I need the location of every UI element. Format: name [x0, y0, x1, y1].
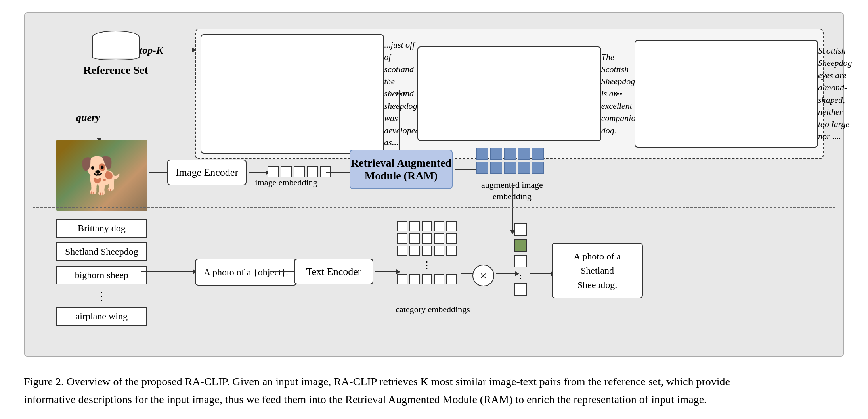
aug-row-1	[476, 148, 544, 160]
emb-sq-1	[268, 166, 279, 177]
cat-to-template-arrow	[141, 271, 194, 272]
category-shetland: Shetland Sheepdog	[56, 242, 147, 261]
augmented-embedding	[476, 148, 544, 174]
category-embeddings-label: category embeddings	[389, 304, 476, 315]
res-sq-3	[514, 255, 527, 267]
category-brittany-dog: Brittany dog	[56, 219, 147, 238]
aug-sq-5	[532, 148, 544, 160]
text-encoder-box: Text Encoder	[294, 259, 373, 284]
encoder-to-emb-arrow	[249, 172, 266, 173]
category-airplane: airplane wing	[56, 307, 147, 326]
cat-row-2	[397, 233, 457, 244]
aug-sq-8	[504, 162, 516, 174]
res-sq-1	[514, 223, 527, 236]
image-encoder-box: Image Encoder	[167, 160, 247, 185]
retrieved-to-ram-arrow	[399, 90, 400, 152]
result-to-output-arrow	[530, 273, 552, 274]
database-icon	[92, 29, 140, 60]
aug-row-2	[476, 162, 544, 174]
multiply-to-result-arrow	[496, 273, 516, 274]
ref-set-label: Reference Set	[83, 63, 148, 77]
res-sq-5	[514, 283, 527, 296]
encoder-to-cat-emb-arrow	[375, 271, 397, 272]
category-list: Brittany dog Shetland Sheepdog bighorn s…	[56, 219, 147, 326]
main-diagram: Reference Set top-K ...just off of scotl…	[24, 12, 844, 357]
query-image	[56, 140, 147, 211]
query-label: query	[76, 112, 100, 124]
res-sq-highlighted	[514, 239, 527, 252]
cat-emb-dots: ⋮	[397, 258, 457, 272]
aug-sq-7	[490, 162, 502, 174]
aug-sq-1	[476, 148, 488, 160]
retrieved-item-1: ...just off of scotland the shetland she…	[201, 34, 384, 154]
category-embeddings-grid: ⋮	[397, 221, 457, 284]
ram-to-aug-arrow	[455, 169, 476, 170]
category-dots: ⋮	[56, 289, 147, 302]
category-bighorn: bighorn sheep	[56, 266, 147, 284]
output-text-box: A photo of a Shetland Sheepdog.	[552, 243, 643, 298]
aug-sq-3	[504, 148, 516, 160]
emb-sq-5	[320, 166, 331, 177]
retrieved-item-2: The Scottish Sheepdog is an excellent co…	[417, 46, 601, 142]
aug-sq-9	[518, 162, 530, 174]
res-dots: ⋮	[516, 271, 524, 280]
image-embedding-label: image embedding	[250, 177, 322, 188]
dots-separator: ···	[392, 86, 409, 101]
query-arrow-down	[99, 123, 99, 139]
result-squares: ⋮	[514, 223, 527, 296]
topk-arrow-line	[126, 50, 193, 50]
retrieved-images-container: ...just off of scotland the shetland she…	[195, 29, 824, 159]
emb-sq-2	[281, 166, 292, 177]
retrieved-text-3: Scottish Sheepdog eyes are almond-shaped…	[818, 45, 852, 142]
cat-row-4	[397, 274, 457, 284]
aug-sq-4	[518, 148, 530, 160]
cat-row-1	[397, 221, 457, 231]
ram-module-box: Retrieval Augmented Module (RAM)	[350, 150, 453, 189]
topk-label: top-K	[140, 44, 163, 56]
emb-sq-4	[307, 166, 318, 177]
figure-caption: Figure 2. Overview of the proposed RA-CL…	[24, 373, 777, 409]
query-to-encoder-arrow	[149, 172, 168, 173]
aug-sq-10	[532, 162, 544, 174]
multiply-symbol: ×	[472, 265, 494, 286]
dots-separator-2: ···	[609, 86, 627, 101]
photo-template-box: A photo of a {object}.	[195, 259, 297, 286]
emb-to-ram-arrow	[326, 172, 352, 173]
section-divider	[33, 207, 835, 208]
cat-row-3	[397, 246, 457, 256]
aug-sq-6	[476, 162, 488, 174]
retrieved-item-3: Scottish Sheepdog eyes are almond-shaped…	[635, 40, 818, 147]
template-to-encoder-arrow	[270, 271, 295, 272]
aug-sq-2	[490, 148, 502, 160]
image-embedding-squares	[268, 166, 331, 177]
emb-sq-3	[294, 166, 305, 177]
